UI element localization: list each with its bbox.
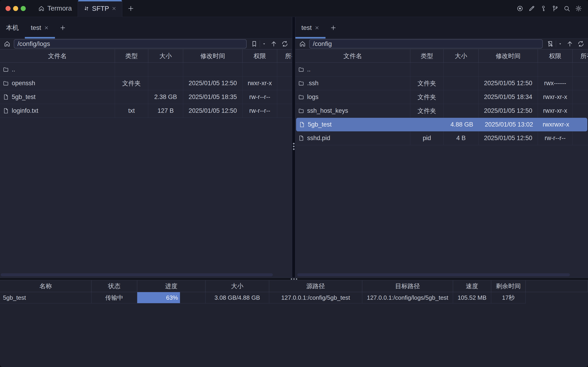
transfer-splitter-horizontal[interactable]: [0, 277, 588, 280]
header-filler: [526, 280, 588, 292]
close-window-button[interactable]: [6, 6, 11, 11]
new-tab-button[interactable]: [122, 0, 139, 17]
refresh-icon[interactable]: [281, 41, 288, 47]
file-row-ssh-dir[interactable]: .ssh 文件夹 2025/01/05 12:50 rwx------: [295, 76, 588, 90]
file-row-parent-dir[interactable]: ..: [0, 63, 292, 76]
left-path-input[interactable]: /config/logs: [14, 39, 247, 49]
close-icon[interactable]: [111, 6, 117, 11]
tab-local-machine[interactable]: 本机: [0, 17, 25, 38]
transfer-row-5gb-test[interactable]: 5gb_test 传输中 63% 3.08 GB/4.88 GB 127.0.0…: [0, 292, 588, 303]
tab-test-right[interactable]: test: [295, 17, 325, 38]
file-row-5gb-test-selected[interactable]: 5gb_test 4.88 GB 2025/01/05 13:02 rwxrwx…: [296, 118, 587, 131]
transfer-name: 5gb_test: [0, 292, 92, 303]
column-header-filename[interactable]: 文件名: [0, 49, 115, 62]
pencil-icon[interactable]: [528, 5, 535, 12]
file-icon: [299, 122, 305, 128]
column-header-type[interactable]: 类型: [410, 49, 444, 62]
right-horizontal-scrollbar[interactable]: [297, 273, 570, 276]
home-icon[interactable]: [299, 41, 306, 47]
folder-icon: [3, 80, 9, 86]
bookmark-icon[interactable]: [251, 41, 258, 47]
splitter-grip-icon: [291, 278, 297, 280]
chevron-down-icon[interactable]: [558, 42, 562, 46]
file-row-openssh[interactable]: openssh 文件夹 2025/01/05 12:50 rwxr-xr-x: [0, 76, 292, 90]
column-header-mtime[interactable]: 修改时间: [183, 49, 242, 62]
column-header-owner[interactable]: 所有者: [573, 49, 588, 62]
record-icon[interactable]: [517, 5, 523, 12]
column-header-size[interactable]: 大小: [444, 49, 478, 62]
transfer-remaining-time: 17秒: [491, 292, 526, 303]
plus-icon: [127, 5, 134, 12]
traffic-lights: [0, 0, 32, 17]
file-row-5gb-test[interactable]: 5gb_test 2.38 GB 2025/01/05 18:35 rw-r--…: [0, 90, 292, 104]
left-panel-tabbar: 本机 test: [0, 17, 292, 39]
key-icon[interactable]: [540, 5, 547, 12]
splitter-grip-icon: [293, 143, 294, 150]
home-icon: [38, 5, 45, 12]
file-row-ssh-host-keys[interactable]: ssh_host_keys 文件夹 2025/01/05 12:50 rwxr-…: [295, 104, 588, 118]
transfer-table-header: 名称 状态 进度 大小 源路径 目标路径 速度 剩余时间: [0, 280, 588, 292]
left-new-session-button[interactable]: [55, 17, 71, 38]
progress-label: 63%: [166, 294, 178, 301]
right-path-toolbar: /config: [295, 39, 588, 49]
close-icon[interactable]: [44, 25, 49, 30]
toolbar-divider: [556, 41, 556, 47]
minimize-window-button[interactable]: [13, 6, 18, 11]
tab-sftp[interactable]: SFTP: [78, 0, 122, 17]
close-icon[interactable]: [315, 25, 320, 30]
branch-icon[interactable]: [552, 5, 559, 12]
folder-icon: [298, 108, 304, 114]
tab-label: test: [31, 24, 41, 32]
column-header-source-path[interactable]: 源路径: [269, 280, 362, 292]
column-header-speed[interactable]: 速度: [453, 280, 491, 292]
left-horizontal-scrollbar[interactable]: [1, 273, 273, 276]
file-name: ..: [307, 66, 311, 73]
column-header-filename[interactable]: 文件名: [295, 49, 410, 62]
refresh-icon[interactable]: [577, 41, 584, 47]
column-header-target-path[interactable]: 目标路径: [362, 280, 453, 292]
file-icon: [3, 94, 9, 100]
column-header-mtime[interactable]: 修改时间: [478, 49, 538, 62]
transfer-arrows-icon: [84, 6, 89, 11]
file-row-logs-dir[interactable]: logs 文件夹 2025/01/05 18:34 rwxr-xr-x: [295, 90, 588, 104]
file-name: .ssh: [307, 80, 319, 87]
transfer-status: 传输中: [92, 292, 137, 303]
file-row-parent-dir[interactable]: ..: [295, 63, 588, 76]
tab-test-left[interactable]: test: [25, 17, 55, 38]
file-name: 5gb_test: [12, 93, 36, 100]
transfer-progress-cell: 63%: [137, 292, 205, 303]
right-new-session-button[interactable]: [325, 17, 341, 38]
folder-icon: [3, 66, 9, 73]
file-row-sshd-pid[interactable]: sshd.pid pid 4 B 2025/01/05 12:50 rw-r--…: [295, 131, 588, 145]
go-parent-directory-icon[interactable]: [566, 41, 573, 47]
right-path-input[interactable]: /config: [309, 39, 543, 49]
search-icon[interactable]: [563, 5, 570, 12]
progress-bar: 63%: [137, 292, 180, 303]
tab-label: test: [301, 24, 312, 32]
zoom-window-button[interactable]: [21, 6, 26, 11]
folder-icon: [298, 94, 304, 100]
sftp-tab-label: SFTP: [92, 5, 109, 12]
column-header-perm[interactable]: 权限: [538, 49, 573, 62]
panel-splitter-vertical[interactable]: [292, 17, 295, 277]
column-header-status[interactable]: 状态: [92, 280, 137, 292]
left-path-toolbar: /config/logs: [0, 39, 292, 49]
column-header-type[interactable]: 类型: [115, 49, 148, 62]
column-header-size[interactable]: 大小: [205, 280, 269, 292]
column-header-size[interactable]: 大小: [148, 49, 183, 62]
column-header-progress[interactable]: 进度: [137, 280, 205, 292]
column-header-owner[interactable]: 所有者: [277, 49, 292, 62]
go-parent-directory-icon[interactable]: [270, 41, 277, 47]
gear-icon[interactable]: [575, 5, 582, 12]
column-header-name[interactable]: 名称: [0, 280, 92, 292]
column-header-remaining-time[interactable]: 剩余时间: [491, 280, 526, 292]
chevron-down-icon[interactable]: [262, 42, 266, 46]
file-row-loginfo-txt[interactable]: loginfo.txt txt 127 B 2025/01/05 12:50 r…: [0, 104, 292, 118]
right-bookmark-group: [547, 41, 562, 47]
bookmark-slash-icon[interactable]: [547, 41, 554, 47]
tab-termora-home[interactable]: Termora: [32, 0, 78, 17]
home-icon[interactable]: [4, 41, 11, 47]
folder-icon: [298, 66, 304, 73]
column-header-perm[interactable]: 权限: [242, 49, 277, 62]
transfer-source-path: 127.0.0.1:/config/5gb_test: [269, 292, 362, 303]
